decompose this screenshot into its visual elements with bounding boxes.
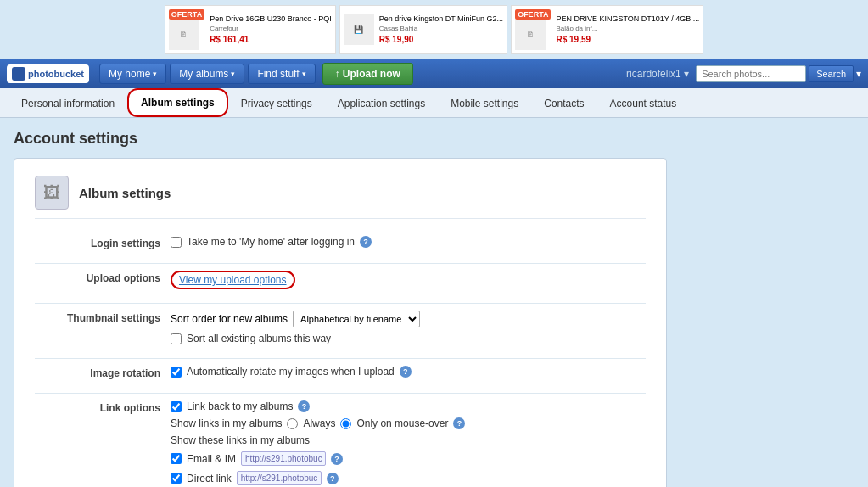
- ad-title-3: PEN DRIVE KINGSTON DT101Y / 4GB ...: [556, 14, 699, 25]
- divider-4: [35, 393, 646, 394]
- login-help-icon[interactable]: ?: [360, 236, 372, 248]
- ad-item-3[interactable]: OFERTA 🖹 PEN DRIVE KINGSTON DT101Y / 4GB…: [511, 5, 703, 54]
- album-settings-title: Album settings: [79, 186, 171, 200]
- tab-application-label: Application settings: [338, 98, 425, 109]
- show-these-label: Show these links in my albums: [171, 434, 310, 446]
- link-back-label: Link back to my albums: [187, 400, 293, 412]
- rotation-checkbox[interactable]: [171, 367, 182, 378]
- upload-label: ↑ Upload now: [335, 68, 400, 80]
- tab-contacts[interactable]: Contacts: [531, 90, 596, 117]
- divider-3: [35, 358, 646, 359]
- login-label: Login settings: [35, 236, 171, 249]
- email-label: Email & IM: [187, 453, 236, 465]
- ad-price-3: R$ 19,59: [556, 34, 699, 45]
- ad-badge-1: OFERTA: [169, 9, 204, 20]
- nav-right: ricardofelix1 ▾ Search ▾: [626, 65, 861, 82]
- sort-all-checkbox[interactable]: [171, 333, 182, 344]
- user-link[interactable]: ricardofelix1 ▾: [626, 68, 689, 80]
- upload-content: View my upload options: [171, 271, 646, 289]
- link-options-row: Link options Link back to my albums ? Sh…: [35, 400, 646, 485]
- main-content: Account settings 🖼 Album settings Login …: [0, 118, 868, 487]
- ad-store-2: Casas Bahia: [379, 25, 503, 33]
- tab-mobile[interactable]: Mobile settings: [438, 90, 531, 117]
- link-options-label: Link options: [35, 400, 171, 414]
- my-home-label: My home: [109, 68, 150, 80]
- tab-album[interactable]: Album settings: [127, 88, 228, 117]
- sort-all-label: Sort all existing albums this way: [187, 333, 331, 344]
- ad-price-1: R$ 161,41: [210, 34, 332, 45]
- my-albums-label: My albums: [179, 68, 228, 80]
- my-home-button[interactable]: My home ▾: [99, 64, 166, 84]
- ad-item-1[interactable]: OFERTA 🖹 Pen Drive 16GB U230 Branco - PQ…: [165, 5, 336, 54]
- my-albums-chevron-icon: ▾: [231, 70, 235, 78]
- rotation-content: Automatically rotate my images when I up…: [171, 366, 646, 378]
- sort-order-label: Sort order for new albums: [171, 313, 288, 325]
- tab-mobile-label: Mobile settings: [451, 98, 518, 109]
- logo-icon: [12, 67, 25, 81]
- thumbnail-settings-row: Thumbnail settings Sort order for new al…: [35, 311, 646, 344]
- upload-button[interactable]: ↑ Upload now: [322, 63, 413, 85]
- ad-image-2: 💾: [344, 14, 374, 45]
- ad-badge-3: OFERTA: [515, 9, 551, 20]
- logo[interactable]: photobucket: [7, 64, 89, 83]
- email-url-field[interactable]: [241, 451, 326, 466]
- tab-personal[interactable]: Personal information: [8, 90, 127, 117]
- tab-application[interactable]: Application settings: [325, 90, 438, 117]
- email-checkbox[interactable]: [171, 453, 182, 464]
- find-stuff-chevron-icon: ▾: [302, 70, 306, 78]
- username: ricardofelix1: [626, 68, 681, 80]
- tab-account-status-label: Account status: [610, 98, 677, 109]
- divider-1: [35, 263, 646, 264]
- tab-album-label: Album settings: [141, 97, 215, 109]
- link-back-checkbox[interactable]: [171, 401, 182, 412]
- tab-privacy-label: Privacy settings: [241, 98, 312, 109]
- direct-checkbox[interactable]: [171, 473, 182, 484]
- mouseover-radio[interactable]: [340, 418, 351, 429]
- direct-url-field[interactable]: [237, 471, 322, 485]
- search-box: Search ▾: [696, 65, 861, 82]
- sort-order-select[interactable]: Alphabetical by filename Date added Manu…: [293, 311, 420, 327]
- ad-store-1: Carrefour: [210, 25, 332, 33]
- thumbnail-label: Thumbnail settings: [35, 311, 171, 324]
- email-help-icon[interactable]: ?: [331, 453, 343, 465]
- my-albums-button[interactable]: My albums ▾: [170, 64, 244, 84]
- login-settings-row: Login settings Take me to 'My home' afte…: [35, 236, 646, 249]
- tab-account[interactable]: Account status: [597, 90, 690, 117]
- search-dropdown-icon[interactable]: ▾: [856, 68, 861, 80]
- ad-image-3: 🖹: [515, 20, 546, 50]
- mouseover-label: Only on mouse-over: [356, 417, 448, 429]
- show-links-label: Show links in my albums: [171, 417, 282, 429]
- rotation-checkbox-label: Automatically rotate my images when I up…: [187, 366, 395, 378]
- find-stuff-label: Find stuff: [257, 68, 299, 80]
- ad-banner: OFERTA 🖹 Pen Drive 16GB U230 Branco - PQ…: [0, 5, 868, 54]
- tab-personal-label: Personal information: [21, 98, 115, 109]
- top-nav: photobucket My home ▾ My albums ▾ Find s…: [0, 59, 868, 88]
- logo-text: photobucket: [28, 69, 84, 79]
- my-home-chevron-icon: ▾: [153, 70, 157, 78]
- rotation-label: Image rotation: [35, 366, 171, 379]
- ad-item-2[interactable]: 💾 Pen drive Kingston DT MiniFun G2... Ca…: [339, 5, 507, 54]
- link-back-help-icon[interactable]: ?: [298, 400, 310, 412]
- login-checkbox[interactable]: [171, 237, 182, 248]
- always-radio[interactable]: [287, 418, 298, 429]
- settings-panel: 🖼 Album settings Login settings Take me …: [14, 158, 667, 487]
- search-button-label: Search: [816, 69, 846, 79]
- ad-image-1: 🖹: [169, 20, 199, 50]
- search-input[interactable]: [696, 65, 806, 82]
- thumbnail-content: Sort order for new albums Alphabetical b…: [171, 311, 646, 344]
- rotation-help-icon[interactable]: ?: [400, 366, 412, 378]
- album-icon: 🖼: [35, 176, 69, 210]
- login-content: Take me to 'My home' after logging in ?: [171, 236, 646, 248]
- divider-2: [35, 303, 646, 304]
- page-title: Account settings: [14, 130, 854, 148]
- link-content: Link back to my albums ? Show links in m…: [171, 400, 646, 485]
- ad-price-2: R$ 19,90: [379, 34, 503, 45]
- direct-help-icon[interactable]: ?: [327, 473, 339, 484]
- upload-options-link[interactable]: View my upload options: [171, 271, 295, 289]
- find-stuff-button[interactable]: Find stuff ▾: [248, 64, 315, 84]
- upload-options-row: Upload options View my upload options: [35, 271, 646, 289]
- search-button[interactable]: Search: [809, 65, 854, 82]
- show-links-help-icon[interactable]: ?: [453, 417, 465, 429]
- tab-privacy[interactable]: Privacy settings: [228, 90, 325, 117]
- ad-store-3: Balão da inf...: [556, 25, 699, 33]
